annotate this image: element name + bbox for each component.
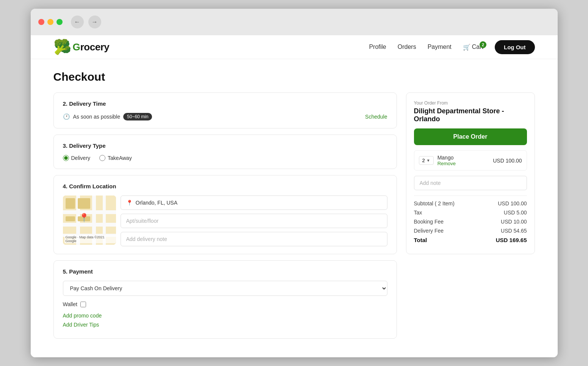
takeaway-option-text: TakeAway bbox=[108, 155, 132, 161]
delivery-time-title: 2. Delivery Time bbox=[63, 100, 387, 107]
checkout-right: Your Order From Dilight Departmental Sto… bbox=[406, 92, 535, 339]
confirm-location-title: 4. Confirm Location bbox=[63, 183, 387, 189]
confirm-location-section: 4. Confirm Location bbox=[53, 175, 397, 254]
logout-button[interactable]: Log Out bbox=[495, 40, 535, 54]
close-button[interactable] bbox=[38, 19, 44, 25]
payment-title: 5. Payment bbox=[63, 268, 387, 275]
order-item: 2 ▼ Mango Remove USD 100.00 bbox=[414, 151, 527, 170]
tax-row: Tax USD 5.00 bbox=[414, 210, 527, 216]
delivery-fee-label: Delivery Fee bbox=[414, 228, 444, 234]
wallet-row: Wallet bbox=[63, 301, 387, 307]
forward-button[interactable]: → bbox=[88, 16, 101, 28]
cart-button[interactable]: 🛒 Cart 2 bbox=[463, 44, 483, 51]
subtotal-value: USD 100.00 bbox=[498, 200, 527, 206]
map-background: 📍 Google · Map data ©2021 Google bbox=[63, 196, 116, 245]
total-value: USD 169.65 bbox=[496, 237, 527, 243]
order-items-list: 2 ▼ Mango Remove USD 100.00 bbox=[414, 150, 527, 170]
location-content: 📍 Google · Map data ©2021 Google 📍 Orlan… bbox=[63, 196, 387, 246]
delivery-type-options: Delivery TakeAway bbox=[63, 155, 387, 161]
order-totals: Subtotal ( 2 Item) USD 100.00 Tax USD 5.… bbox=[414, 196, 527, 243]
subtotal-label: Subtotal ( 2 Item) bbox=[414, 200, 455, 206]
wallet-checkbox[interactable] bbox=[80, 302, 86, 307]
delivery-time-row: 🕐 As soon as possible 50~60 min Schedule bbox=[63, 113, 387, 120]
delivery-option-label[interactable]: Delivery bbox=[63, 155, 91, 161]
total-row: Total USD 169.65 bbox=[414, 237, 527, 243]
schedule-link[interactable]: Schedule bbox=[365, 114, 387, 120]
item-name: Mango bbox=[437, 155, 493, 161]
minimize-button[interactable] bbox=[47, 19, 53, 25]
map-preview: 📍 Google · Map data ©2021 Google bbox=[63, 196, 116, 245]
cart-icon: 🛒 bbox=[463, 44, 470, 51]
time-badge: 50~60 min bbox=[123, 113, 152, 120]
takeaway-radio[interactable] bbox=[99, 155, 105, 161]
browser-window: ← → 🥦 Grocery Profile Orders Payment 🛒 C… bbox=[31, 9, 558, 357]
navbar: 🥦 Grocery Profile Orders Payment 🛒 Cart … bbox=[31, 35, 558, 59]
checkout-left: 2. Delivery Time 🕐 As soon as possible 5… bbox=[53, 92, 397, 339]
map-street bbox=[63, 223, 116, 227]
location-text: Orlando, FL, USA bbox=[136, 200, 178, 206]
map-block bbox=[66, 198, 75, 209]
main-content: Checkout 2. Delivery Time 🕐 As soon as p… bbox=[31, 59, 558, 350]
wallet-label: Wallet bbox=[63, 301, 77, 307]
driver-tips-link[interactable]: Add Driver Tips bbox=[63, 322, 387, 328]
delivery-radio[interactable] bbox=[63, 155, 69, 161]
qty-dropdown-icon: ▼ bbox=[426, 158, 430, 163]
store-name: Dilight Departmental Store - Orlando bbox=[414, 107, 527, 123]
add-note-input[interactable] bbox=[414, 176, 527, 190]
logo-text: Grocery bbox=[73, 41, 110, 53]
delivery-fee-value: USD 54.65 bbox=[501, 228, 527, 234]
item-remove-link[interactable]: Remove bbox=[437, 161, 493, 166]
item-price: USD 100.00 bbox=[493, 158, 522, 164]
delivery-note-input[interactable] bbox=[121, 232, 387, 246]
delivery-time-section: 2. Delivery Time 🕐 As soon as possible 5… bbox=[53, 92, 397, 128]
place-order-button[interactable]: Place Order bbox=[414, 128, 527, 145]
promo-code-link[interactable]: Add promo code bbox=[63, 313, 387, 319]
nav-profile[interactable]: Profile bbox=[369, 44, 386, 50]
map-street bbox=[63, 210, 116, 214]
browser-chrome: ← → bbox=[31, 9, 558, 35]
back-button[interactable]: ← bbox=[71, 16, 84, 28]
booking-fee-label: Booking Fee bbox=[414, 219, 444, 225]
delivery-fee-row: Delivery Fee USD 54.65 bbox=[414, 228, 527, 234]
map-block bbox=[78, 198, 91, 209]
nav-orders[interactable]: Orders bbox=[398, 44, 416, 50]
item-info: Mango Remove bbox=[437, 155, 493, 166]
cart-badge: 2 bbox=[480, 41, 486, 48]
location-main-field: 📍 Orlando, FL, USA bbox=[121, 196, 387, 210]
payment-select[interactable]: Pay Cash On Delivery bbox=[63, 281, 387, 296]
payment-section: 5. Payment Pay Cash On Delivery Wallet A… bbox=[53, 260, 397, 339]
delivery-option-text: Delivery bbox=[71, 155, 91, 161]
item-qty-selector[interactable]: 2 ▼ bbox=[419, 156, 434, 165]
pin-icon: 📍 bbox=[126, 200, 133, 206]
page-content: 🥦 Grocery Profile Orders Payment 🛒 Cart … bbox=[31, 35, 558, 357]
delivery-type-title: 3. Delivery Type bbox=[63, 142, 387, 149]
soon-label: As soon as possible bbox=[73, 114, 121, 120]
tax-label: Tax bbox=[414, 210, 422, 216]
booking-fee-row: Booking Fee USD 10.00 bbox=[414, 219, 527, 225]
delivery-type-section: 3. Delivery Type Delivery TakeAway bbox=[53, 135, 397, 169]
booking-fee-value: USD 10.00 bbox=[501, 219, 527, 225]
order-card: Your Order From Dilight Departmental Sto… bbox=[406, 92, 535, 254]
nav-payment[interactable]: Payment bbox=[428, 44, 452, 50]
total-label: Total bbox=[414, 237, 427, 243]
location-fields: 📍 Orlando, FL, USA bbox=[121, 196, 387, 246]
map-watermark: Google · Map data ©2021 Google bbox=[64, 235, 116, 243]
order-from-label: Your Order From bbox=[414, 100, 527, 106]
apt-input[interactable] bbox=[121, 214, 387, 228]
subtotal-row: Subtotal ( 2 Item) USD 100.00 bbox=[414, 200, 527, 206]
map-block bbox=[66, 216, 75, 221]
nav-links: Profile Orders Payment 🛒 Cart 2 Log Out bbox=[369, 40, 535, 54]
takeaway-option-label[interactable]: TakeAway bbox=[99, 155, 132, 161]
logo[interactable]: 🥦 Grocery bbox=[53, 40, 110, 54]
clock-icon: 🕐 bbox=[63, 113, 70, 120]
map-pin: 📍 bbox=[79, 213, 89, 223]
delivery-time-left: 🕐 As soon as possible 50~60 min bbox=[63, 113, 152, 120]
item-qty: 2 bbox=[422, 158, 425, 163]
tax-value: USD 5.00 bbox=[504, 210, 527, 216]
traffic-lights bbox=[38, 19, 63, 25]
checkout-layout: 2. Delivery Time 🕐 As soon as possible 5… bbox=[53, 92, 535, 339]
logo-g: 🥦 bbox=[53, 40, 71, 54]
page-title: Checkout bbox=[53, 70, 535, 83]
maximize-button[interactable] bbox=[56, 19, 63, 25]
